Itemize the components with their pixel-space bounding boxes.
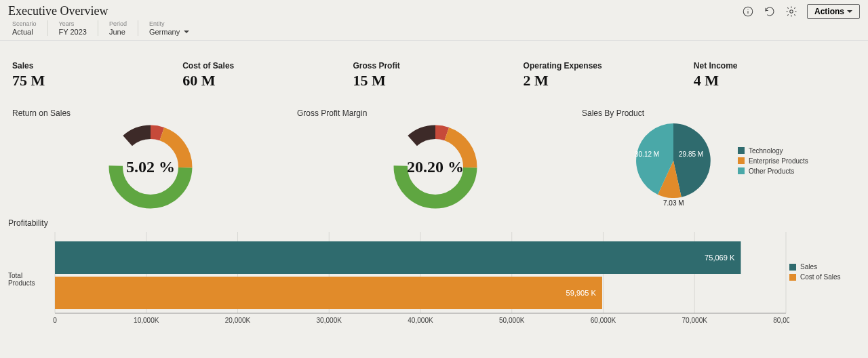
legend-swatch bbox=[738, 147, 745, 154]
kpi-label: Gross Profit bbox=[353, 61, 515, 71]
legend-swatch bbox=[789, 274, 796, 281]
kpi-value: 60 M bbox=[182, 72, 344, 90]
axis-tick: 0 bbox=[53, 317, 57, 324]
chart-return-on-sales: Return on Sales 5.02 % bbox=[8, 108, 293, 210]
kpi-cost-of-sales: Cost of Sales 60 M bbox=[178, 61, 349, 90]
pov-entity[interactable]: Entity Germany bbox=[138, 20, 200, 36]
pov-scenario[interactable]: Scenario Actual bbox=[9, 20, 48, 36]
kpi-label: Operating Expenses bbox=[524, 61, 686, 71]
chevron-down-icon bbox=[184, 31, 189, 33]
pov-value: Germany bbox=[149, 28, 189, 36]
pov-years[interactable]: Years FY 2023 bbox=[48, 20, 98, 36]
kpi-row: Sales 75 M Cost of Sales 60 M Gross Prof… bbox=[0, 41, 868, 96]
pie-sales-by-product: 29.85 M 30.12 M 7.03 M bbox=[636, 123, 711, 198]
pov-label: Entity bbox=[149, 20, 189, 28]
pov-value: June bbox=[109, 28, 127, 36]
legend-label: Cost of Sales bbox=[800, 273, 840, 281]
kpi-value: 2 M bbox=[524, 72, 686, 90]
chart-profitability: Profitability Total Products 75,069 K bbox=[0, 213, 868, 327]
axis-tick: 30,000K bbox=[317, 317, 342, 324]
axis-tick: 80,000K bbox=[773, 317, 789, 324]
pie-slice-label: 29.85 M bbox=[679, 151, 703, 158]
legend-label: Other Products bbox=[749, 167, 794, 175]
kpi-gross-profit: Gross Profit 15 M bbox=[349, 61, 519, 90]
pov-label: Years bbox=[59, 20, 87, 28]
legend: Sales Cost of Sales bbox=[789, 232, 860, 327]
axis-tick: 10,000K bbox=[134, 317, 159, 324]
legend-item: Sales bbox=[789, 263, 860, 271]
kpi-label: Net Income bbox=[694, 61, 856, 71]
actions-button[interactable]: Actions bbox=[807, 4, 860, 19]
pov-bar: Scenario Actual Years FY 2023 Period Jun… bbox=[0, 19, 868, 41]
y-category-label: Total Products bbox=[8, 232, 52, 327]
pie-slice-label: 7.03 M bbox=[663, 199, 684, 207]
page-title: Executive Overview bbox=[8, 4, 108, 18]
chart-sales-by-product: Sales By Product 29.85 M 30.12 M 7.03 M bbox=[578, 108, 860, 210]
axis-tick: 50,000K bbox=[499, 317, 525, 324]
axis-tick: 40,000K bbox=[408, 317, 433, 324]
kpi-label: Cost of Sales bbox=[182, 61, 344, 71]
header-actions: Actions bbox=[742, 4, 860, 19]
charts-row: Return on Sales 5.02 % Gross Profit Marg… bbox=[0, 96, 868, 213]
pie-slice-label: 30.12 M bbox=[635, 151, 659, 158]
pov-entity-text: Germany bbox=[149, 28, 180, 36]
gear-icon[interactable] bbox=[785, 5, 797, 18]
legend: Technology Enterprise Products Other Pro… bbox=[738, 147, 808, 175]
donut-gross-profit-margin: 20.20 % bbox=[392, 123, 479, 210]
pov-period[interactable]: Period June bbox=[98, 20, 138, 36]
chart-gross-profit-margin: Gross Profit Margin 20.20 % bbox=[293, 108, 578, 210]
bar-value-label: 59,905 K bbox=[566, 289, 597, 297]
svg-point-2 bbox=[747, 9, 748, 9]
chart-title: Return on Sales bbox=[12, 108, 289, 118]
legend-item: Other Products bbox=[738, 167, 808, 175]
kpi-net-income: Net Income 4 M bbox=[690, 61, 860, 90]
kpi-value: 75 M bbox=[12, 72, 174, 90]
kpi-label: Sales bbox=[12, 61, 174, 71]
legend-swatch bbox=[789, 264, 796, 271]
bar-plot: 75,069 K 59,905 K 0 10,000K 20,000K 30,0… bbox=[52, 232, 789, 327]
pov-label: Period bbox=[109, 20, 127, 28]
svg-point-3 bbox=[790, 10, 793, 14]
bar-cost-of-sales bbox=[55, 277, 602, 309]
bar-value-label: 75,069 K bbox=[705, 254, 735, 262]
bar-sales bbox=[55, 241, 741, 274]
legend-label: Enterprise Products bbox=[749, 157, 808, 165]
axis-tick: 60,000K bbox=[591, 317, 616, 324]
axis-tick: 70,000K bbox=[682, 317, 707, 324]
donut-center-value: 5.02 % bbox=[107, 123, 194, 210]
legend-item: Technology bbox=[738, 147, 808, 155]
pov-value: FY 2023 bbox=[59, 28, 87, 36]
kpi-operating-expenses: Operating Expenses 2 M bbox=[519, 61, 690, 90]
pov-label: Scenario bbox=[12, 20, 37, 28]
chart-title: Sales By Product bbox=[582, 108, 856, 118]
chevron-down-icon bbox=[847, 10, 852, 13]
legend-item: Cost of Sales bbox=[789, 273, 860, 281]
chart-title: Gross Profit Margin bbox=[297, 108, 574, 118]
legend-label: Sales bbox=[800, 263, 817, 271]
kpi-sales: Sales 75 M bbox=[8, 61, 178, 90]
actions-label: Actions bbox=[814, 7, 844, 16]
pov-value: Actual bbox=[12, 28, 37, 36]
kpi-value: 15 M bbox=[353, 72, 515, 90]
info-icon[interactable] bbox=[742, 5, 754, 18]
refresh-icon[interactable] bbox=[764, 5, 776, 18]
legend-item: Enterprise Products bbox=[738, 157, 808, 165]
axis-tick: 20,000K bbox=[225, 317, 251, 324]
kpi-value: 4 M bbox=[694, 72, 856, 90]
legend-label: Technology bbox=[749, 147, 783, 155]
donut-return-on-sales: 5.02 % bbox=[107, 123, 194, 210]
legend-swatch bbox=[738, 157, 745, 164]
chart-title: Profitability bbox=[8, 218, 860, 228]
donut-center-value: 20.20 % bbox=[392, 123, 479, 210]
legend-swatch bbox=[738, 167, 745, 174]
